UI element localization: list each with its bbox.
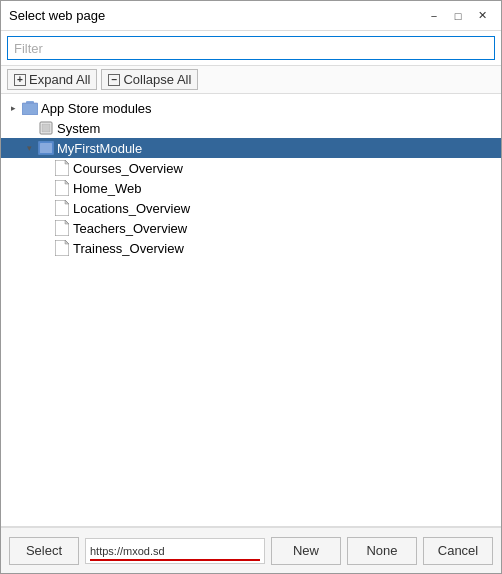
maximize-button[interactable]: □ <box>447 5 469 27</box>
toggle-appstore: ▸ <box>5 100 21 116</box>
minus-icon: − <box>108 74 120 86</box>
tree-item-system[interactable]: System <box>1 118 501 138</box>
search-bar <box>1 31 501 66</box>
cancel-button[interactable]: Cancel <box>423 537 493 565</box>
tree-item-homeweb[interactable]: Home_Web <box>1 178 501 198</box>
collapse-all-label: Collapse All <box>123 72 191 87</box>
expand-all-button[interactable]: + Expand All <box>7 69 97 90</box>
toolbar: + Expand All − Collapse All <box>1 66 501 94</box>
system-icon <box>37 120 55 136</box>
svg-rect-6 <box>40 143 52 153</box>
system-label: System <box>57 121 497 136</box>
toggle-trainess <box>37 240 53 256</box>
tree-view: ▸ App Store modules System <box>1 94 501 527</box>
select-web-page-dialog: Select web page − □ ✕ + Expand All − Col… <box>0 0 502 574</box>
page-icon-trainess <box>53 240 71 256</box>
collapse-all-button[interactable]: − Collapse All <box>101 69 198 90</box>
none-button[interactable]: None <box>347 537 417 565</box>
svg-marker-16 <box>65 240 69 244</box>
myfirstmodule-label: MyFirstModule <box>57 141 497 156</box>
page-icon-locations <box>53 200 71 216</box>
toggle-system <box>21 120 37 136</box>
appstore-label: App Store modules <box>41 101 497 116</box>
toggle-courses <box>37 160 53 176</box>
tree-item-locations[interactable]: Locations_Overview <box>1 198 501 218</box>
minimize-button[interactable]: − <box>423 5 445 27</box>
url-text: https://mxod.sd <box>86 545 169 557</box>
window-title: Select web page <box>9 8 105 23</box>
toggle-homeweb <box>37 180 53 196</box>
title-bar: Select web page − □ ✕ <box>1 1 501 31</box>
page-icon-courses <box>53 160 71 176</box>
module-icon <box>37 140 55 156</box>
url-underline <box>90 559 260 561</box>
teachers-label: Teachers_Overview <box>73 221 497 236</box>
new-button[interactable]: New <box>271 537 341 565</box>
page-icon-teachers <box>53 220 71 236</box>
tree-item-trainess[interactable]: Trainess_Overview <box>1 238 501 258</box>
tree-item-courses[interactable]: Courses_Overview <box>1 158 501 178</box>
svg-marker-14 <box>65 220 69 224</box>
page-icon-homeweb <box>53 180 71 196</box>
svg-marker-12 <box>65 200 69 204</box>
svg-rect-4 <box>42 124 50 132</box>
expand-all-label: Expand All <box>29 72 90 87</box>
tree-item-teachers[interactable]: Teachers_Overview <box>1 218 501 238</box>
courses-label: Courses_Overview <box>73 161 497 176</box>
window-controls: − □ ✕ <box>423 5 493 27</box>
plus-icon: + <box>14 74 26 86</box>
select-button[interactable]: Select <box>9 537 79 565</box>
trainess-label: Trainess_Overview <box>73 241 497 256</box>
tree-item-appstore[interactable]: ▸ App Store modules <box>1 98 501 118</box>
homeweb-label: Home_Web <box>73 181 497 196</box>
tree-item-myfirstmodule[interactable]: ▾ MyFirstModule <box>1 138 501 158</box>
svg-marker-8 <box>65 160 69 164</box>
appstore-icon <box>21 100 39 116</box>
svg-marker-10 <box>65 180 69 184</box>
footer: Select https://mxod.sd New None Cancel <box>1 527 501 573</box>
search-input[interactable] <box>7 36 495 60</box>
url-container: https://mxod.sd <box>85 538 265 564</box>
toggle-teachers <box>37 220 53 236</box>
close-button[interactable]: ✕ <box>471 5 493 27</box>
toggle-locations <box>37 200 53 216</box>
toggle-myfirstmodule: ▾ <box>21 140 37 156</box>
locations-label: Locations_Overview <box>73 201 497 216</box>
